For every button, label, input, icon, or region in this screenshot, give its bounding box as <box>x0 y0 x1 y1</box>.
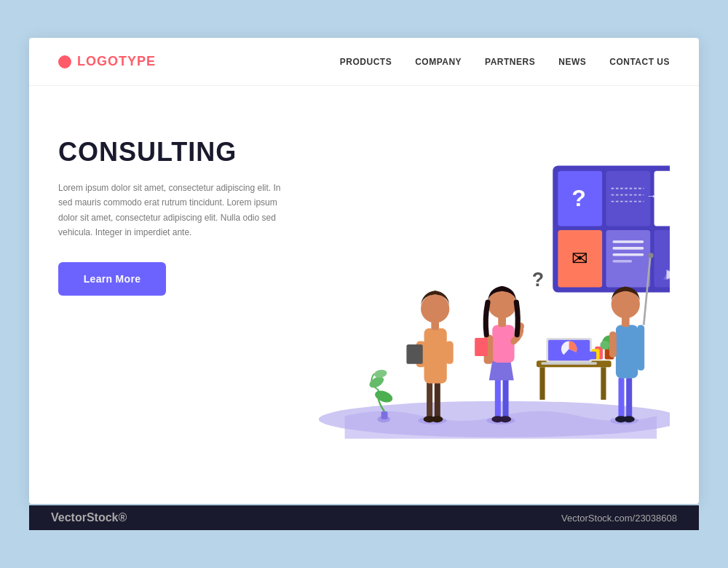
svg-point-21 <box>499 416 511 422</box>
main-content: CONSULTING Lorem ipsum dolor sit amet, c… <box>29 86 699 504</box>
board: ? → 💡 ✉ <box>553 166 670 293</box>
nav-products[interactable]: PRODUCTS <box>340 57 392 67</box>
nav: PRODUCTS COMPANY PARTNERS NEWS CONTACT U… <box>340 57 670 67</box>
logo-icon <box>58 55 71 68</box>
svg-rect-52 <box>539 367 545 400</box>
svg-rect-43 <box>612 247 644 250</box>
watermark-bar: VectorStock® VectorStock.com/23038608 <box>29 505 699 530</box>
svg-text:💡: 💡 <box>665 184 670 212</box>
svg-point-68 <box>623 416 635 422</box>
svg-rect-57 <box>541 362 597 365</box>
left-panel: CONSULTING Lorem ipsum dolor sit amet, c… <box>58 108 291 497</box>
svg-text:?: ? <box>571 185 586 211</box>
vectorstock-brand: VectorStock® <box>51 511 127 524</box>
hero-body: Lorem ipsum dolor sit amet, consectetur … <box>58 181 291 240</box>
svg-point-4 <box>373 388 394 404</box>
nav-contact[interactable]: CONTACT US <box>609 57 670 67</box>
svg-rect-19 <box>503 377 509 419</box>
svg-rect-14 <box>446 342 454 364</box>
svg-rect-11 <box>424 328 447 384</box>
logo-text: LOGOTYPE <box>77 54 156 69</box>
svg-rect-22 <box>492 325 514 363</box>
logo-area: LOGOTYPE <box>58 54 156 69</box>
nav-company[interactable]: COMPANY <box>415 57 462 67</box>
svg-text:✉: ✉ <box>571 248 588 269</box>
svg-rect-42 <box>612 240 644 243</box>
svg-rect-53 <box>601 367 606 400</box>
nav-partners[interactable]: PARTNERS <box>485 57 535 67</box>
svg-text:?: ? <box>532 269 544 291</box>
svg-rect-44 <box>612 253 644 256</box>
svg-rect-32 <box>606 171 651 226</box>
svg-point-16 <box>421 294 449 323</box>
svg-rect-60 <box>588 352 596 360</box>
svg-rect-24 <box>475 338 488 356</box>
hero-illustration: ? ? → 💡 <box>306 108 670 497</box>
svg-rect-71 <box>637 325 644 371</box>
svg-rect-70 <box>609 331 617 358</box>
svg-rect-13 <box>406 344 422 364</box>
svg-point-5 <box>373 368 387 379</box>
svg-rect-66 <box>626 377 632 419</box>
svg-rect-69 <box>616 325 638 378</box>
svg-rect-41 <box>606 230 651 288</box>
svg-rect-65 <box>618 377 624 419</box>
svg-rect-45 <box>612 260 632 263</box>
svg-rect-18 <box>495 377 501 419</box>
vectorstock-url: VectorStock.com/23038608 <box>561 513 677 524</box>
person2: ? <box>475 269 544 425</box>
svg-point-10 <box>431 416 443 422</box>
page-title: CONSULTING <box>58 137 291 167</box>
svg-point-73 <box>649 253 654 258</box>
svg-point-63 <box>600 341 609 350</box>
desk <box>537 336 617 400</box>
learn-more-button[interactable]: Learn More <box>58 262 166 296</box>
svg-rect-8 <box>435 380 440 419</box>
header: LOGOTYPE PRODUCTS COMPANY PARTNERS NEWS … <box>29 38 699 86</box>
svg-rect-2 <box>381 411 388 419</box>
svg-rect-7 <box>427 380 432 419</box>
illustration-panel: ? ? → 💡 <box>306 108 670 497</box>
nav-news[interactable]: NEWS <box>558 57 586 67</box>
